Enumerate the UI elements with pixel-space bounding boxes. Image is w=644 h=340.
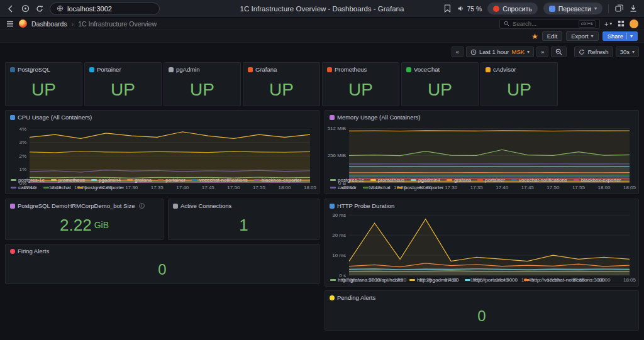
- panel-title-text: HTTP Probe Duration: [337, 202, 394, 209]
- export-button[interactable]: Export ▾: [566, 31, 598, 41]
- breadcrumb-dashboards[interactable]: Dashboards: [31, 20, 67, 28]
- legend-item-blackbox-exporter[interactable]: blackbox-exporter: [574, 177, 621, 184]
- panel-title[interactable]: pgAdmin: [164, 63, 240, 74]
- edit-button[interactable]: Edit: [542, 31, 562, 41]
- vocechat-icon: [406, 67, 411, 72]
- memory-usage-plot[interactable]: 0 B256 MiB512 MiB17:1017:1517:2017:2517:…: [325, 121, 638, 176]
- legend-item-pgadmin4[interactable]: pgadmin4: [91, 177, 121, 184]
- grafana-logo[interactable]: [19, 19, 27, 28]
- panel-title[interactable]: CPU Usage (All Containers): [6, 111, 319, 121]
- cpu-usage-plot[interactable]: 0%1%2%3%4%17:1017:1517:2017:2517:3017:35…: [6, 121, 319, 176]
- legend-swatch: [43, 187, 49, 189]
- legend-item-http://grafana:3000/api/health[interactable]: http://grafana:3000/api/health: [330, 277, 403, 283]
- time-shift-forward-button[interactable]: »: [536, 47, 548, 57]
- panel-title[interactable]: Memory Usage (All Containers): [325, 111, 638, 121]
- search-icon: [504, 21, 509, 26]
- refresh-button[interactable]: Refresh: [574, 47, 613, 57]
- search-box[interactable]: ctrl+k: [499, 19, 600, 29]
- panel-title[interactable]: PostgreSQL DemoHRMCorpDemo_bot Size i: [6, 199, 163, 210]
- panel-title[interactable]: Firing Alerts: [6, 244, 319, 255]
- panel-title[interactable]: VoceChat: [402, 63, 478, 74]
- avatar[interactable]: [630, 19, 638, 28]
- panel-portainer-status: Portainer UP: [84, 62, 162, 106]
- connections-icon: [173, 204, 178, 209]
- connections-value: 1: [169, 210, 319, 239]
- legend-swatch: [363, 187, 369, 189]
- legend-item-postgres-exporter[interactable]: postgres-exporter: [397, 184, 444, 191]
- legend-item-http://portainer:9000[interactable]: http://portainer:9000: [465, 277, 518, 283]
- bookmark-icon[interactable]: [443, 4, 452, 13]
- site-info-icon[interactable]: [21, 4, 30, 13]
- panel-title[interactable]: Grafana: [243, 63, 319, 74]
- firing-alerts-value: 0: [6, 255, 319, 283]
- legend-item-vocechat-notifications[interactable]: vocechat-notifications: [192, 177, 248, 184]
- chevron-down-icon: ▾: [527, 49, 530, 55]
- reload-icon[interactable]: [35, 4, 44, 13]
- back-icon[interactable]: [6, 4, 15, 13]
- panel-title[interactable]: Active Connections: [169, 199, 319, 210]
- zoom-out-icon[interactable]: [551, 47, 567, 57]
- breadcrumb-separator: ›: [72, 20, 74, 28]
- apps-icon[interactable]: [616, 19, 625, 28]
- chevron-down-icon: ▾: [630, 33, 633, 39]
- panel-active-connections: Active Connections 1: [168, 199, 319, 240]
- chevron-down-icon: ▾: [591, 33, 594, 39]
- http-probe-legend: http://grafana:3000/api/healthhttp://pga…: [325, 276, 638, 286]
- translate-button[interactable]: Перевести ▾: [543, 3, 602, 14]
- search-shortcut: ctrl+k: [579, 20, 596, 28]
- refresh-interval-picker[interactable]: 30s ▾: [616, 47, 639, 57]
- legend-item-cadvisor[interactable]: cadvisor: [11, 184, 37, 191]
- panel-title[interactable]: PostgreSQL: [6, 63, 82, 74]
- panel-postgres-db-size: PostgreSQL DemoHRMCorpDemo_bot Size i 2.…: [5, 199, 164, 240]
- time-shift-back-button[interactable]: «: [452, 47, 464, 57]
- legend-item-portainer[interactable]: portainer: [158, 177, 186, 184]
- legend-item-grafana[interactable]: grafana: [447, 177, 471, 184]
- legend-item-vocechat[interactable]: vocechat: [43, 184, 71, 191]
- legend-swatch: [254, 179, 260, 181]
- panel-title[interactable]: cAdvisor: [481, 63, 557, 74]
- db-size-value: 2.22 GiB: [6, 210, 163, 239]
- legend-item-http://pgadmin4:80[interactable]: http://pgadmin4:80: [409, 277, 458, 283]
- grafana-top-nav: Dashboards › 1C Infrastructure Overview …: [0, 18, 644, 30]
- url-text: localhost:3002: [67, 5, 112, 13]
- info-icon[interactable]: i: [139, 203, 145, 209]
- legend-swatch: [51, 179, 57, 181]
- share-button[interactable]: Share ▾: [602, 31, 638, 41]
- legend-item-postgres-1c[interactable]: postgres-1c: [330, 177, 364, 184]
- panel-title[interactable]: Prometheus: [323, 63, 399, 74]
- legend-item-http://vocechat-notifications:3000[interactable]: http://vocechat-notifications:3000: [524, 277, 605, 283]
- memory-icon: [330, 115, 335, 120]
- tabs-panel-icon[interactable]: [614, 4, 623, 13]
- legend-item-postgres-exporter[interactable]: postgres-exporter: [77, 184, 125, 191]
- refresh-interval-label: 30s: [620, 48, 630, 55]
- panel-title[interactable]: Portainer: [85, 63, 161, 74]
- globe-icon: [57, 5, 64, 12]
- legend-item-portainer[interactable]: portainer: [477, 177, 505, 184]
- page-zoom[interactable]: 75 %: [457, 5, 482, 13]
- legend-item-grafana[interactable]: grafana: [127, 177, 152, 184]
- http-probe-plot[interactable]: 0 s10 ms20 ms30 ms17:1017:1517:2017:2517…: [325, 210, 638, 276]
- favorite-star-icon[interactable]: ★: [531, 33, 538, 40]
- legend-item-vocechat[interactable]: vocechat: [363, 184, 391, 191]
- menu-icon[interactable]: [6, 19, 14, 28]
- legend-item-prometheus[interactable]: prometheus: [51, 177, 85, 184]
- time-range-picker[interactable]: Last 1 hour MSK ▾: [466, 47, 534, 57]
- add-new-button[interactable]: +▾: [604, 20, 612, 28]
- legend-item-prometheus[interactable]: prometheus: [370, 177, 404, 184]
- panel-title-text: Active Connections: [180, 202, 231, 209]
- legend-item-cadvisor[interactable]: cadvisor: [330, 184, 357, 191]
- legend-item-pgadmin4[interactable]: pgadmin4: [411, 177, 440, 184]
- legend-item-postgres-1c[interactable]: postgres-1c: [11, 177, 45, 184]
- dashboard-actions-bar: ★ Edit Export ▾ Share ▾: [0, 30, 644, 43]
- legend-item-blackbox-exporter[interactable]: blackbox-exporter: [254, 177, 302, 184]
- address-bar[interactable]: localhost:3002: [50, 3, 160, 15]
- search-input[interactable]: [513, 20, 575, 27]
- bottom-right-column: HTTP Probe Duration 0 s10 ms20 ms30 ms17…: [325, 199, 639, 331]
- ask-button[interactable]: Спросить: [487, 3, 537, 14]
- downloads-icon[interactable]: [629, 4, 638, 13]
- svg-text:256 MiB: 256 MiB: [328, 153, 346, 158]
- panel-title[interactable]: HTTP Probe Duration: [325, 199, 638, 210]
- legend-item-vocechat-notifications[interactable]: vocechat-notifications: [511, 177, 567, 184]
- timezone-label: MSK: [511, 48, 525, 55]
- panel-title[interactable]: Pending Alerts: [325, 291, 638, 302]
